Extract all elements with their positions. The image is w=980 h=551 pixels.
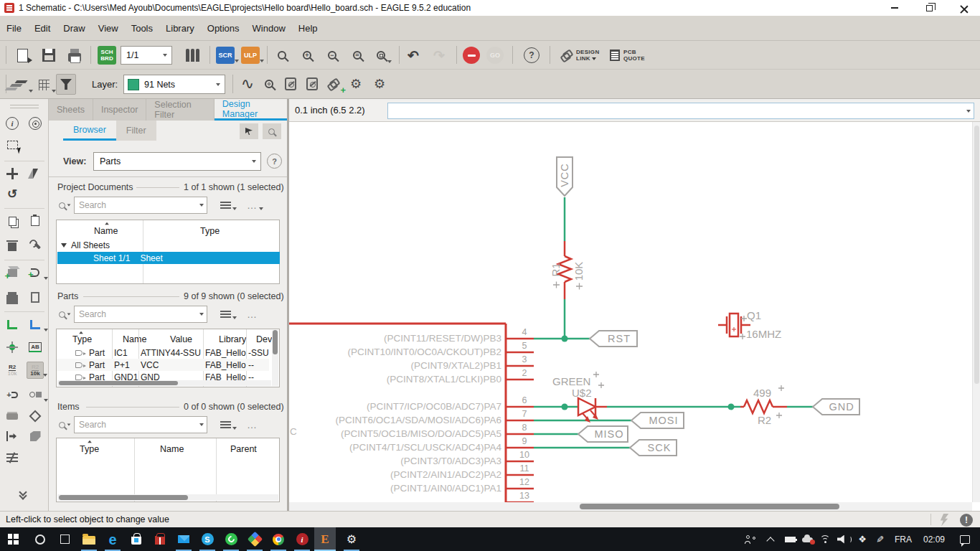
chrome-button[interactable]: [267, 527, 290, 551]
info-tool[interactable]: i: [4, 115, 21, 132]
run-command-button[interactable]: [935, 513, 953, 527]
items-col-name[interactable]: Name: [160, 444, 184, 454]
documents-search-input[interactable]: [74, 197, 207, 214]
part-row[interactable]: Part P+1 VCC FAB_Hello --: [57, 359, 269, 371]
parts-col-type[interactable]: Type: [72, 334, 92, 344]
zoom-redraw-button[interactable]: [372, 46, 390, 65]
run-script-button[interactable]: SCR: [216, 46, 235, 65]
volume-indicator[interactable]: [835, 527, 854, 551]
sync-settings-button[interactable]: ⚙: [347, 75, 365, 93]
package-tool[interactable]: [4, 408, 21, 425]
miso-net-flag[interactable]: MISO: [578, 426, 628, 442]
eagle-taskbar-button[interactable]: E: [314, 527, 336, 551]
go-button[interactable]: GO: [486, 46, 504, 65]
whatsapp-button[interactable]: [220, 527, 242, 551]
replace-tool[interactable]: [4, 288, 21, 306]
print-button[interactable]: [65, 46, 84, 65]
simulate-button[interactable]: ∿: [238, 75, 257, 93]
schematic-canvas[interactable]: C 4 5 3 2 6 7 8 9 10 11: [289, 122, 980, 511]
new-document-button[interactable]: [13, 46, 32, 65]
vcc-power-flag[interactable]: VCC: [557, 157, 573, 196]
cortana-button[interactable]: [29, 527, 52, 551]
parts-col-value[interactable]: Value: [170, 334, 192, 344]
selection-filter-button[interactable]: [56, 74, 76, 95]
rotate-tool[interactable]: ↺: [4, 185, 21, 202]
store-button[interactable]: [125, 527, 148, 551]
tree-row-sheet[interactable]: Sheet 1/1 Sheet: [57, 252, 280, 264]
zoom-select-button[interactable]: =: [348, 46, 367, 65]
close-button[interactable]: [947, 0, 980, 16]
action-center-button[interactable]: [954, 527, 976, 551]
group-select-tool[interactable]: [4, 136, 21, 154]
documents-col-name[interactable]: Name: [94, 226, 118, 236]
change-tool[interactable]: [27, 237, 44, 254]
task-view-button[interactable]: [53, 527, 76, 551]
gateswap-tool[interactable]: +: [4, 386, 21, 403]
settings-taskbar-button[interactable]: ⚙: [340, 527, 363, 551]
add-part-tool[interactable]: +: [4, 264, 21, 281]
battery-indicator[interactable]: [781, 527, 799, 551]
parts-hscrollbar[interactable]: [57, 380, 271, 386]
zoom-in-button[interactable]: +: [298, 46, 316, 65]
skype-button[interactable]: S: [196, 527, 219, 551]
view-dropdown[interactable]: Parts: [93, 152, 261, 171]
settings-button[interactable]: ⚙: [370, 75, 389, 93]
gift-app-button[interactable]: [149, 527, 171, 551]
hidden-icons-button[interactable]: [762, 527, 779, 551]
more-tools-button[interactable]: [14, 486, 32, 504]
resistor-r2[interactable]: 499 R2: [740, 385, 787, 426]
list-view-icon[interactable]: [220, 311, 231, 312]
show-tool[interactable]: [27, 115, 44, 132]
net-tool[interactable]: [4, 316, 21, 333]
parts-col-name[interactable]: Name: [123, 334, 146, 344]
menu-help[interactable]: Help: [292, 23, 324, 34]
probe-button[interactable]: [260, 75, 278, 93]
copy-tool[interactable]: [4, 212, 21, 230]
command-line-combo[interactable]: [387, 103, 974, 119]
parts-col-library[interactable]: Library: [219, 334, 246, 344]
menu-options[interactable]: Options: [201, 23, 246, 34]
junction-tool[interactable]: [4, 339, 21, 356]
file-explorer-button[interactable]: [77, 527, 100, 551]
sck-net-flag[interactable]: SCK: [630, 440, 677, 456]
tab-inspector[interactable]: Inspector: [93, 99, 146, 121]
tree-group-all-sheets[interactable]: All Sheets: [61, 240, 110, 250]
documents-col-type[interactable]: Type: [200, 226, 220, 236]
menu-window[interactable]: Window: [246, 23, 292, 34]
delete-tool[interactable]: [4, 237, 21, 254]
wire-tool[interactable]: [27, 316, 44, 333]
save-button[interactable]: [39, 46, 58, 65]
led-u2[interactable]: GREEN U$2: [552, 372, 607, 423]
attribute-tool[interactable]: [27, 408, 44, 425]
pen-indicator[interactable]: ✎: [871, 527, 888, 551]
mosi-net-flag[interactable]: MOSI: [631, 413, 684, 428]
list-view-icon[interactable]: [220, 202, 231, 203]
wifi-indicator[interactable]: [816, 527, 835, 551]
menu-library[interactable]: Library: [159, 23, 201, 34]
minimize-button[interactable]: [878, 0, 911, 16]
zoom-out-button[interactable]: −: [323, 46, 341, 65]
tab-selection-filter[interactable]: Selection Filter: [146, 99, 214, 121]
zoom-selection-button[interactable]: [263, 123, 281, 139]
layer-settings-button[interactable]: [11, 75, 30, 94]
port-tool[interactable]: [4, 428, 21, 445]
variant-tool[interactable]: [27, 288, 44, 306]
command-line-input[interactable]: [388, 103, 974, 118]
net-wires[interactable]: [534, 197, 813, 448]
move-tool[interactable]: [4, 165, 21, 182]
sheet-selector[interactable]: 1/1: [121, 46, 172, 65]
bus-tool[interactable]: [4, 449, 21, 466]
canvas-vscrollbar[interactable]: [972, 122, 980, 502]
canvas-hscrollbar[interactable]: [289, 502, 972, 511]
part-row[interactable]: Part IC1 ATTINY44-SSU FAB_Hello -SSU: [57, 347, 269, 359]
mail-button[interactable]: [172, 527, 195, 551]
resistor-r1[interactable]: R1 10K: [550, 241, 585, 299]
menu-draw[interactable]: Draw: [57, 23, 91, 34]
tab-sheets[interactable]: Sheets: [49, 99, 93, 121]
panel-help-button[interactable]: ?: [267, 154, 282, 169]
add-link-button[interactable]: +: [324, 75, 343, 93]
pcb-quote-button[interactable]: PCBQUOTE: [610, 46, 645, 65]
restore-button[interactable]: [913, 0, 946, 16]
clock[interactable]: 02:09: [918, 527, 950, 551]
name-tool[interactable]: R210k: [4, 362, 21, 379]
